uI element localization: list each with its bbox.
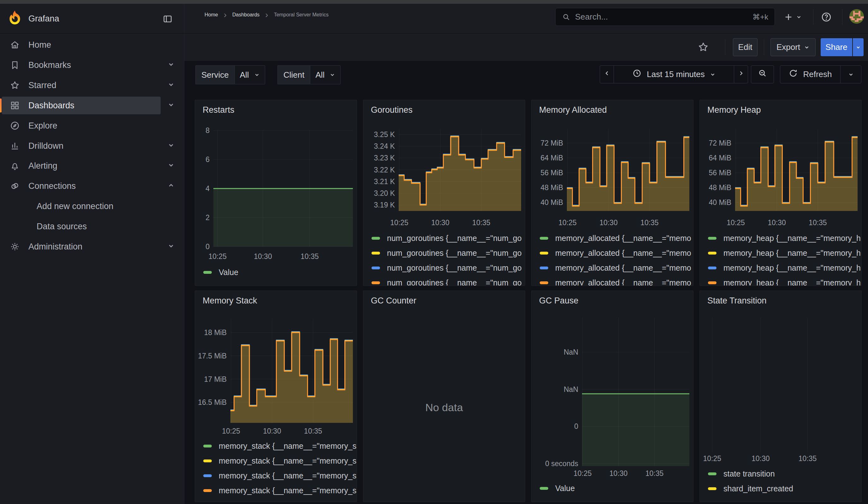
svg-text:10:35: 10:35: [304, 427, 322, 435]
legend-item[interactable]: memory_allocated {__name__="memo: [540, 233, 693, 243]
panel-title[interactable]: State Transition: [707, 296, 767, 306]
legend-label[interactable]: memory_stack {__name__="memory_s: [219, 471, 356, 480]
panel-gc-counter[interactable]: GC Counter No data: [363, 290, 525, 502]
legend-label[interactable]: memory_heap {__name__="memory_h: [723, 248, 861, 258]
panel-gc-pause[interactable]: 10:2510:3010:350 seconds0NaNNaN GC Pause…: [531, 290, 693, 502]
sidebar-toggle-icon[interactable]: [163, 14, 173, 24]
legend-label[interactable]: memory_allocated {__name__="memo: [555, 278, 691, 286]
legend-label[interactable]: memory_allocated {__name__="memo: [555, 263, 691, 272]
sidebar-item-drilldown[interactable]: Drilldown: [0, 137, 184, 155]
panel-title[interactable]: Goroutines: [371, 105, 413, 115]
time-back-button[interactable]: [600, 65, 614, 83]
legend-label[interactable]: state transition: [723, 469, 775, 479]
legend-label[interactable]: num_goroutines {__name__="num_go: [387, 234, 522, 243]
panel-memory-heap[interactable]: 10:2510:3010:3540 MiB48 MiB56 MiB64 MiB7…: [700, 100, 862, 286]
panel-state-transition[interactable]: 10:2510:3010:35 State Transition state t…: [700, 290, 862, 502]
edit-button[interactable]: Edit: [733, 38, 757, 56]
chevron-down-icon[interactable]: [168, 141, 175, 151]
chevron-up-icon[interactable]: [168, 181, 175, 191]
zoom-out-button[interactable]: [751, 65, 774, 83]
breadcrumb-home[interactable]: Home: [205, 12, 218, 18]
client-filter-value[interactable]: All: [310, 65, 341, 84]
legend-item[interactable]: num_goroutines {__name__="num_go: [372, 278, 525, 286]
sidebar-item-explore[interactable]: Explore: [0, 117, 184, 134]
breadcrumb-dashboards[interactable]: Dashboards: [232, 12, 259, 18]
sidebar-item-starred[interactable]: Starred: [0, 76, 184, 94]
export-button[interactable]: Export: [771, 38, 816, 56]
legend-item[interactable]: memory_heap {__name__="memory_h: [708, 248, 861, 258]
panel-title[interactable]: GC Pause: [539, 296, 579, 306]
client-filter[interactable]: Client All: [277, 65, 341, 84]
time-forward-button[interactable]: [734, 65, 748, 83]
legend-label[interactable]: num_goroutines {__name__="num_go: [387, 278, 522, 286]
chevron-down-icon[interactable]: [168, 242, 175, 252]
legend-item[interactable]: state transition: [708, 469, 861, 479]
legend-item[interactable]: memory_heap {__name__="memory_h: [708, 233, 861, 243]
sidebar-item-data-sources[interactable]: Data sources: [0, 218, 184, 235]
legend-label[interactable]: Value: [555, 484, 575, 493]
panel-title[interactable]: Memory Allocated: [539, 105, 607, 115]
legend-item[interactable]: memory_allocated {__name__="memo: [540, 248, 693, 258]
sidebar-item-alerting[interactable]: Alerting: [0, 157, 184, 175]
chevron-down-icon[interactable]: [168, 101, 175, 111]
legend-item[interactable]: shard_item_created: [708, 484, 861, 493]
legend-item[interactable]: memory_heap {__name__="memory_h: [708, 278, 861, 286]
service-filter-value[interactable]: All: [235, 65, 265, 84]
legend-label[interactable]: Value: [219, 268, 238, 277]
legend-label[interactable]: memory_stack {__name__="memory_s: [219, 442, 356, 451]
share-button[interactable]: Share: [821, 38, 852, 56]
panel-memory-stack[interactable]: 10:2510:3010:3516.5 MiB17 MiB17.5 MiB18 …: [195, 290, 357, 502]
legend-label[interactable]: num_goroutines {__name__="num_go: [387, 248, 522, 258]
sidebar-item-bookmarks[interactable]: Bookmarks: [0, 56, 184, 74]
svg-text:3.24 K: 3.24 K: [374, 142, 395, 150]
legend-label[interactable]: memory_allocated {__name__="memo: [555, 248, 691, 258]
legend-item[interactable]: memory_stack {__name__="memory_s: [203, 456, 356, 465]
legend-item[interactable]: memory_stack {__name__="memory_s: [203, 486, 356, 495]
legend-label[interactable]: memory_stack {__name__="memory_s: [219, 486, 356, 495]
legend-item[interactable]: num_goroutines {__name__="num_go: [372, 263, 525, 272]
chevron-down-icon[interactable]: [168, 60, 175, 70]
legend-label[interactable]: num_goroutines {__name__="num_go: [387, 263, 522, 272]
legend-label[interactable]: shard_item_created: [723, 484, 793, 493]
time-range-picker[interactable]: Last 15 minutes: [613, 65, 734, 83]
panel-title[interactable]: GC Counter: [371, 296, 416, 306]
legend-item[interactable]: num_goroutines {__name__="num_go: [372, 233, 525, 243]
chevron-down-icon[interactable]: [168, 161, 175, 171]
sidebar-item-label: Explore: [28, 121, 58, 131]
sidebar-item-connections[interactable]: Connections: [0, 177, 184, 195]
share-options-button[interactable]: [853, 38, 864, 56]
legend-label[interactable]: memory_heap {__name__="memory_h: [723, 234, 861, 243]
panel-title[interactable]: Restarts: [203, 105, 235, 115]
legend-label[interactable]: memory_heap {__name__="memory_h: [723, 278, 861, 286]
panel-goroutines[interactable]: 10:2510:3010:353.19 K3.20 K3.21 K3.22 K3…: [363, 100, 525, 286]
sidebar-item-dashboards[interactable]: Dashboards: [0, 96, 184, 114]
legend-item[interactable]: memory_allocated {__name__="memo: [540, 263, 693, 272]
refresh-interval-button[interactable]: [840, 65, 861, 83]
search-input[interactable]: Search... ⌘+k: [555, 8, 775, 26]
legend-item[interactable]: Value: [540, 483, 693, 493]
refresh-button[interactable]: Refresh: [780, 65, 840, 83]
user-avatar[interactable]: [849, 9, 864, 24]
legend-label[interactable]: memory_allocated {__name__="memo: [555, 234, 691, 243]
panel-title[interactable]: Memory Stack: [203, 296, 257, 306]
legend-item[interactable]: memory_heap {__name__="memory_h: [708, 263, 861, 272]
panel-title[interactable]: Memory Heap: [707, 105, 761, 115]
legend-label[interactable]: memory_stack {__name__="memory_s: [219, 456, 356, 465]
sidebar-item-add-new-connection[interactable]: Add new connection: [0, 197, 184, 215]
favorite-star-icon[interactable]: [698, 41, 709, 53]
legend-item[interactable]: num_goroutines {__name__="num_go: [372, 248, 525, 258]
sidebar-item-administration[interactable]: Administration: [0, 238, 184, 256]
legend-item[interactable]: memory_allocated {__name__="memo: [540, 278, 693, 286]
help-icon[interactable]: [821, 11, 832, 23]
legend-label[interactable]: memory_heap {__name__="memory_h: [723, 263, 861, 272]
breadcrumb-current: Temporal Server Metrics: [274, 12, 329, 18]
legend-item[interactable]: memory_stack {__name__="memory_s: [203, 471, 356, 480]
chevron-down-icon[interactable]: [168, 81, 175, 90]
panel-memory-allocated[interactable]: 10:2510:3010:3540 MiB48 MiB56 MiB64 MiB7…: [531, 100, 693, 286]
service-filter[interactable]: Service All: [195, 65, 265, 84]
sidebar-item-home[interactable]: Home: [0, 36, 184, 54]
legend-item[interactable]: Value: [203, 267, 356, 277]
legend-item[interactable]: memory_stack {__name__="memory_s: [203, 441, 356, 451]
add-new-button[interactable]: [783, 12, 802, 22]
panel-restarts[interactable]: 10:2510:3010:3502468 Restarts Value: [195, 100, 357, 286]
